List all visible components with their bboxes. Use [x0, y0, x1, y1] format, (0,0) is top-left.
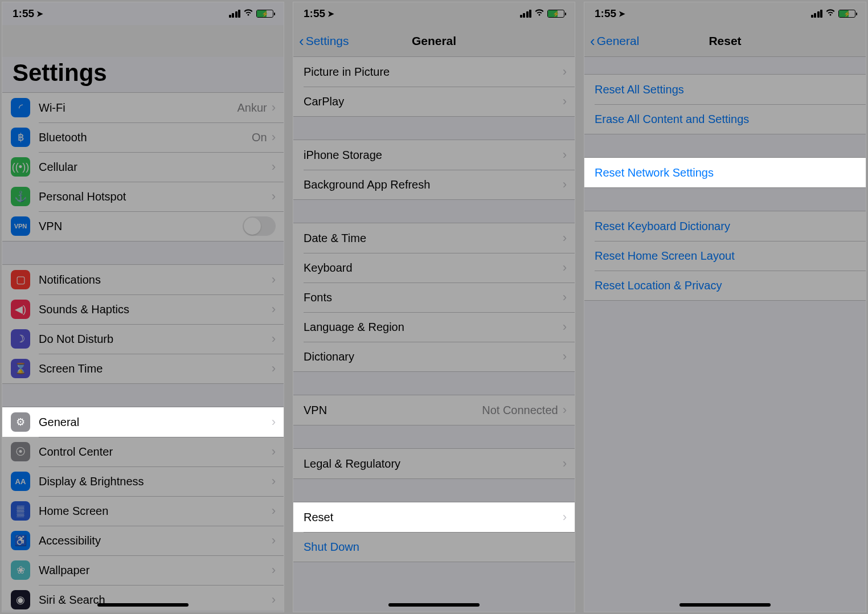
- phone-general: 1:55 ➤ ⚡ ‹ Settings General Picture in P…: [293, 2, 575, 612]
- chevron-right-icon: ›: [272, 474, 276, 489]
- signal-icon: [229, 10, 241, 18]
- row-label: Fonts: [304, 291, 563, 304]
- row-label: Wallpaper: [39, 564, 272, 577]
- row-label: Language & Region: [304, 321, 563, 334]
- chevron-right-icon: ›: [563, 64, 567, 79]
- back-button[interactable]: ‹ General: [590, 34, 639, 48]
- row-reset-home[interactable]: Reset Home Screen Layout: [584, 241, 866, 271]
- wifi-icon: ◜: [11, 98, 30, 117]
- row-keyboard[interactable]: Keyboard›: [293, 253, 575, 283]
- nav-bar: ‹ Settings General: [293, 25, 575, 57]
- row-label: Do Not Disturb: [39, 333, 272, 346]
- row-pip[interactable]: Picture in Picture›: [293, 57, 575, 87]
- row-cellular[interactable]: ((•))Cellular›: [2, 152, 284, 182]
- row-label: Reset Keyboard Dictionary: [595, 220, 858, 233]
- nav-title: Reset: [709, 34, 741, 48]
- reset-list[interactable]: Reset All SettingsErase All Content and …: [584, 57, 866, 612]
- row-dictionary[interactable]: Dictionary›: [293, 342, 575, 371]
- row-wifi[interactable]: ◜Wi-FiAnkur›: [2, 93, 284, 122]
- row-vpn-row[interactable]: VPNNot Connected›: [293, 395, 575, 425]
- chevron-right-icon: ›: [563, 349, 567, 364]
- group-reset-other: Reset Keyboard DictionaryReset Home Scre…: [584, 211, 866, 301]
- row-label: Reset All Settings: [595, 83, 858, 96]
- row-label: Erase All Content and Settings: [595, 113, 858, 126]
- home-indicator[interactable]: [388, 603, 480, 607]
- row-general[interactable]: ⚙General›: [2, 407, 284, 437]
- row-hotspot[interactable]: ⚓Personal Hotspot›: [2, 182, 284, 211]
- wallpaper-icon: ❀: [11, 560, 30, 580]
- chevron-right-icon: ›: [272, 533, 276, 548]
- general-list[interactable]: Picture in Picture›CarPlay› iPhone Stora…: [293, 57, 575, 612]
- row-label: Legal & Regulatory: [304, 457, 563, 470]
- row-storage[interactable]: iPhone Storage›: [293, 140, 575, 170]
- row-label: Shut Down: [304, 541, 567, 554]
- row-homescreen[interactable]: ▒Home Screen›: [2, 496, 284, 526]
- home-indicator[interactable]: [97, 603, 189, 607]
- phone-settings: 1:55 ➤ ⚡ Settings ◜Wi-FiAnkur›฿Bluetooth…: [2, 2, 284, 612]
- chevron-right-icon: ›: [272, 130, 276, 145]
- row-reset-keyboard[interactable]: Reset Keyboard Dictionary: [584, 211, 866, 241]
- row-fonts[interactable]: Fonts›: [293, 283, 575, 312]
- location-icon: ➤: [36, 9, 43, 18]
- group-reset-main: Reset All SettingsErase All Content and …: [584, 74, 866, 134]
- notifications-icon: ▢: [11, 270, 30, 289]
- group-legal: Legal & Regulatory›: [293, 448, 575, 479]
- row-label: Screen Time: [39, 362, 272, 375]
- chevron-right-icon: ›: [563, 403, 567, 417]
- wifi-icon: [534, 8, 544, 19]
- row-label: Accessibility: [39, 534, 272, 547]
- row-label: Notifications: [39, 273, 272, 286]
- chevron-right-icon: ›: [563, 148, 567, 162]
- home-indicator[interactable]: [679, 603, 771, 607]
- row-label: Keyboard: [304, 261, 563, 275]
- wifi-icon: [243, 8, 253, 19]
- row-siri[interactable]: ◉Siri & Search›: [2, 585, 284, 611]
- phone-reset: 1:55 ➤ ⚡ ‹ General Reset Reset All Setti…: [584, 2, 866, 612]
- row-reset-all[interactable]: Reset All Settings: [584, 75, 866, 104]
- row-label: Reset Home Screen Layout: [595, 249, 858, 263]
- group-media: Picture in Picture›CarPlay›: [293, 57, 575, 117]
- row-bgrefresh[interactable]: Background App Refresh›: [293, 170, 575, 199]
- chevron-right-icon: ›: [563, 290, 567, 305]
- nav-bar: [2, 25, 284, 57]
- settings-list[interactable]: ◜Wi-FiAnkur›฿BluetoothOn›((•))Cellular›⚓…: [2, 92, 284, 611]
- chevron-left-icon: ‹: [299, 34, 304, 48]
- row-wallpaper[interactable]: ❀Wallpaper›: [2, 555, 284, 585]
- location-icon: ➤: [327, 9, 334, 18]
- vpn-toggle[interactable]: [243, 216, 276, 236]
- row-dnd[interactable]: ☽Do Not Disturb›: [2, 324, 284, 354]
- row-bluetooth[interactable]: ฿BluetoothOn›: [2, 122, 284, 152]
- row-label: Picture in Picture: [304, 66, 563, 79]
- row-legal[interactable]: Legal & Regulatory›: [293, 449, 575, 478]
- display-icon: AA: [11, 472, 30, 491]
- row-controlcenter[interactable]: ⦿Control Center›: [2, 437, 284, 466]
- hotspot-icon: ⚓: [11, 187, 30, 206]
- battery-icon: ⚡: [256, 10, 273, 18]
- battery-icon: ⚡: [547, 10, 564, 18]
- row-reset[interactable]: Reset›: [293, 502, 575, 532]
- row-label: General: [39, 416, 272, 429]
- row-accessibility[interactable]: ♿Accessibility›: [2, 526, 284, 555]
- row-reset-network[interactable]: Reset Network Settings: [584, 158, 866, 187]
- nav-bar: ‹ General Reset: [584, 25, 866, 57]
- row-value: Not Connected: [482, 404, 558, 417]
- chevron-right-icon: ›: [272, 272, 276, 287]
- row-notifications[interactable]: ▢Notifications›: [2, 265, 284, 294]
- row-carplay[interactable]: CarPlay›: [293, 87, 575, 116]
- row-reset-location[interactable]: Reset Location & Privacy: [584, 271, 866, 300]
- row-erase-all[interactable]: Erase All Content and Settings: [584, 104, 866, 134]
- chevron-right-icon: ›: [272, 302, 276, 317]
- row-sounds[interactable]: ◀)Sounds & Haptics›: [2, 294, 284, 324]
- row-langregion[interactable]: Language & Region›: [293, 312, 575, 342]
- chevron-right-icon: ›: [272, 415, 276, 429]
- cellular-icon: ((•)): [11, 157, 30, 177]
- row-datetime[interactable]: Date & Time›: [293, 223, 575, 253]
- row-vpn[interactable]: VPNVPN: [2, 211, 284, 241]
- group-system: ⚙General›⦿Control Center›AADisplay & Bri…: [2, 407, 284, 611]
- general-icon: ⚙: [11, 412, 30, 432]
- row-display[interactable]: AADisplay & Brightness›: [2, 466, 284, 496]
- row-screentime[interactable]: ⌛Screen Time›: [2, 354, 284, 383]
- row-shutdown[interactable]: Shut Down: [293, 532, 575, 562]
- back-button[interactable]: ‹ Settings: [299, 34, 349, 48]
- chevron-right-icon: ›: [563, 231, 567, 245]
